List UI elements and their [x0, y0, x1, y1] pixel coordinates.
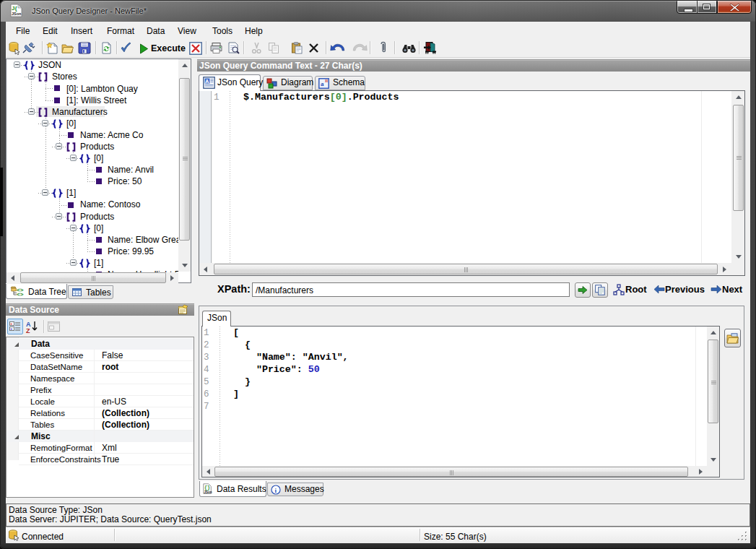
svg-text:J{: J{ — [12, 5, 17, 12]
svg-text:a: a — [321, 80, 324, 87]
svg-text:<>: <> — [17, 291, 24, 298]
svg-text:JSon: JSon — [12, 12, 22, 16]
svg-text:A: A — [205, 78, 209, 85]
svg-text:JSon: JSon — [204, 490, 212, 494]
svg-text:+: + — [10, 321, 13, 326]
svg-text:Z: Z — [26, 327, 30, 334]
svg-text:+: + — [10, 327, 13, 331]
